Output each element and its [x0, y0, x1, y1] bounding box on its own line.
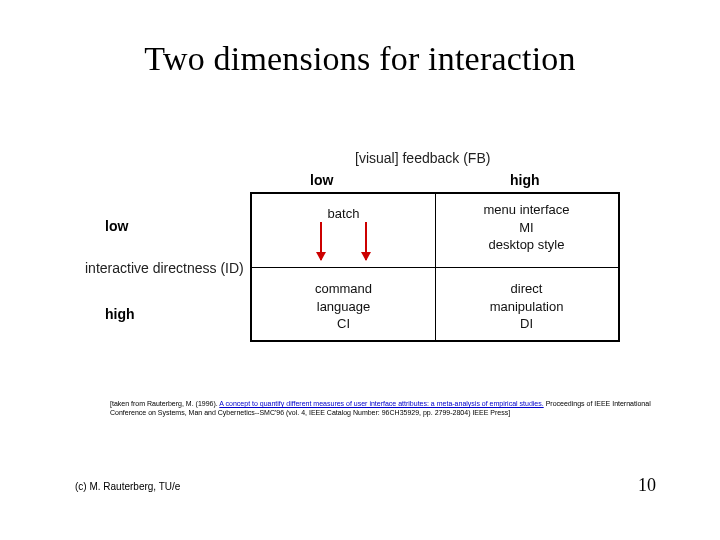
- cell-label: menu interface: [484, 202, 570, 217]
- arrow-down-icon: [365, 222, 367, 260]
- footer-copyright: (c) M. Rauterberg, TU/e: [75, 481, 180, 492]
- cell-label-line2: manipulation: [435, 299, 618, 315]
- axis-label-feedback: [visual] feedback (FB): [355, 150, 490, 166]
- citation-prefix: [taken from Rauterberg, M. (1996).: [110, 400, 219, 407]
- citation-link: A concept to quantify different measures…: [219, 400, 543, 407]
- axis-tick-id-high: high: [105, 306, 135, 322]
- cell-abbrev: MI: [435, 220, 618, 236]
- cell-high-low: menu interface MI desktop style: [435, 194, 618, 267]
- axis-tick-fb-high: high: [510, 172, 540, 188]
- cell-abbrev: DI: [435, 316, 618, 332]
- slide: Two dimensions for interaction [visual] …: [0, 0, 720, 540]
- cell-label-line2: language: [252, 299, 435, 315]
- axis-tick-fb-low: low: [310, 172, 333, 188]
- cell-high-high: direct manipulation DI: [435, 267, 618, 340]
- cell-low-low: batch: [252, 194, 435, 267]
- matrix-grid: batch menu interface MI desktop style co…: [250, 192, 620, 342]
- arrow-down-icon: [320, 222, 322, 260]
- page-number: 10: [638, 475, 656, 496]
- cell-sublabel: desktop style: [435, 237, 618, 253]
- axis-label-directness: interactive directness (ID): [85, 260, 244, 276]
- cell-label: batch: [328, 206, 360, 221]
- cell-label: direct: [511, 281, 543, 296]
- axis-tick-id-low: low: [105, 218, 128, 234]
- cell-abbrev: CI: [252, 316, 435, 332]
- page-title: Two dimensions for interaction: [0, 0, 720, 78]
- cell-label: command: [315, 281, 372, 296]
- cell-low-high: command language CI: [252, 267, 435, 340]
- citation-text: [taken from Rauterberg, M. (1996). A con…: [110, 400, 680, 418]
